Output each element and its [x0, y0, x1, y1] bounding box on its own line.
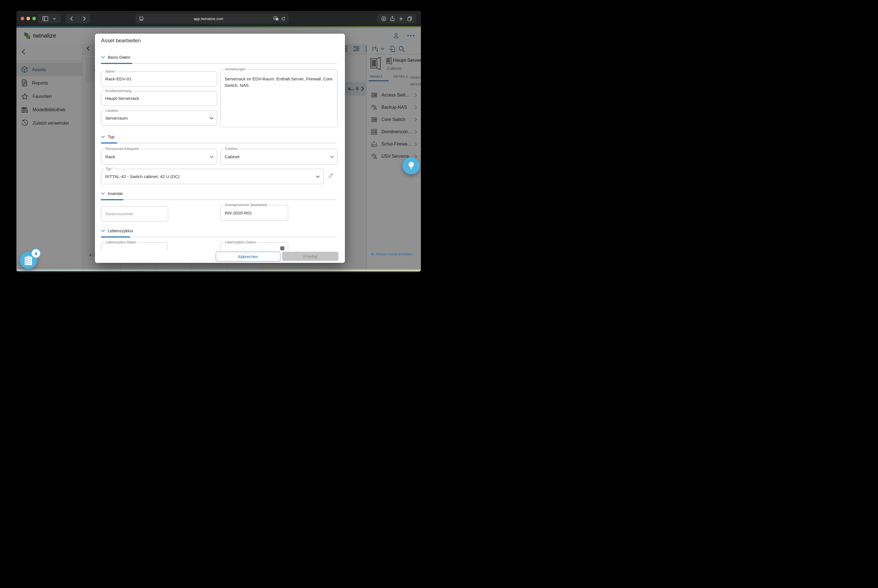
chevron-down-icon — [210, 117, 213, 120]
lightbulb-icon — [407, 162, 415, 170]
section-lebenszyklus[interactable]: Lebenszyklus — [101, 228, 133, 233]
section-label: Basis-Daten — [108, 55, 131, 60]
chevron-down-icon — [101, 135, 105, 138]
lokation-select[interactable]: Lokation Serverraum — [101, 111, 217, 126]
chevron-down-icon — [101, 56, 105, 58]
create-asset-link[interactable]: Neues Asset erstellen — [370, 252, 413, 256]
toolbar-actions-group — [377, 14, 416, 23]
anmerkungen-value[interactable]: Serverrack im EDV-Raum. Enthält Server, … — [225, 76, 333, 89]
section-divider — [101, 63, 337, 64]
downloads-icon[interactable] — [381, 16, 386, 21]
field-label: Kurzbezeichnung — [104, 89, 133, 93]
field-label: Lebenszyklus Datum — [224, 240, 257, 244]
cancel-button[interactable]: Abbrechen — [216, 252, 280, 261]
section-divider — [101, 237, 337, 237]
translate-icon[interactable]: A☆ — [274, 16, 279, 21]
accent-gradient-bottom — [17, 271, 421, 272]
forward-icon[interactable] — [83, 16, 86, 21]
lokation-value[interactable]: Serverraum — [105, 116, 209, 121]
tasks-badge: 4 — [31, 248, 41, 258]
url-text[interactable]: app.twinalize.com — [144, 17, 274, 21]
field-label: Ressourcen-Kategorie — [104, 147, 140, 151]
section-divider — [101, 143, 337, 143]
chevron-down-icon — [210, 156, 213, 158]
section-label: Inventar — [108, 191, 123, 196]
svg-text:☆: ☆ — [277, 18, 278, 20]
tasks-fab[interactable]: 4 — [20, 252, 37, 269]
field-label: Inventarnummer (bearbeitet) — [224, 203, 269, 207]
close-window-button[interactable] — [21, 17, 24, 20]
modal-title: Asset bearbeiten — [101, 38, 141, 44]
name-field[interactable]: Name* Rack-EDV-01 — [101, 72, 217, 87]
url-bar[interactable]: app.twinalize.com A☆ — [135, 14, 289, 24]
typ-select[interactable]: Typ* RITTAL-42 - Switch cabinet, 42 U (D… — [101, 169, 323, 184]
ressourcen-kategorie-select[interactable]: Ressourcen-Kategorie Rack — [101, 149, 217, 165]
inventarnummer-value[interactable]: INV-2020-R01 — [225, 210, 280, 216]
section-label: Lebenszyklus — [108, 228, 133, 233]
field-label: Name — [105, 69, 114, 74]
clipboard-checklist-icon — [24, 256, 33, 265]
typ-value[interactable]: RITTAL-42 - Switch cabinet, 42 U (DC) — [105, 174, 316, 179]
seriennummer-field[interactable]: Seriennummer — [101, 206, 168, 221]
field-label: Lokation — [104, 109, 119, 112]
name-value[interactable]: Rack-EDV-01 — [105, 76, 209, 81]
section-basis-daten[interactable]: Basis-Daten — [101, 55, 131, 60]
plus-icon — [370, 252, 374, 256]
new-tab-icon[interactable] — [399, 17, 403, 21]
required-asterisk: * — [115, 69, 116, 74]
accent-gradient-top — [17, 26, 421, 28]
share-icon[interactable] — [390, 16, 394, 21]
kurzbezeichnung-value[interactable]: Haupt-Serverrack — [105, 96, 209, 101]
create-asset-label: Neues Asset erstellen — [376, 252, 413, 256]
hint-fab[interactable] — [403, 157, 420, 174]
tab-overview-icon[interactable] — [407, 16, 412, 21]
kategorie-value[interactable]: Rack — [105, 154, 209, 159]
edit-typ-icon[interactable] — [328, 173, 334, 179]
calendar-icon[interactable] — [280, 246, 284, 250]
field-label: Typ — [105, 167, 111, 171]
browser-chrome: app.twinalize.com A☆ — [17, 11, 421, 26]
reload-icon[interactable] — [281, 17, 285, 21]
modal-footer: Abbrechen Erledigt — [95, 250, 345, 263]
field-label: Lebenszyklus-Status — [104, 240, 138, 244]
reader-icon[interactable] — [139, 17, 144, 21]
kurzbezeichnung-field[interactable]: Kurzbezeichnung Haupt-Serverrack — [101, 91, 217, 106]
field-label: Anmerkungen — [224, 67, 247, 71]
chevron-down-icon — [316, 175, 320, 178]
section-inventar[interactable]: Inventar — [101, 191, 123, 196]
minimize-window-button[interactable] — [26, 17, 30, 20]
chevron-down-icon — [330, 156, 334, 158]
field-label: Funktion — [224, 147, 239, 151]
section-label: Typ — [108, 134, 114, 139]
section-typ[interactable]: Typ — [101, 134, 114, 139]
required-asterisk: * — [111, 167, 113, 171]
seriennummer-placeholder[interactable]: Seriennummer — [105, 212, 160, 216]
done-button[interactable]: Erledigt — [282, 252, 338, 261]
back-icon[interactable] — [70, 16, 73, 21]
inventarnummer-field[interactable]: Inventarnummer (bearbeitet) INV-2020-R01 — [221, 205, 288, 221]
funktion-select[interactable]: Funktion Cabinet — [221, 149, 337, 165]
sidebar-toggle-icon[interactable] — [43, 16, 48, 21]
zoom-window-button[interactable] — [32, 17, 36, 20]
chevron-down-icon — [101, 230, 105, 232]
chevron-down-icon — [101, 192, 105, 195]
browser-window: app.twinalize.com A☆ — [17, 11, 421, 272]
chevron-down-icon[interactable] — [53, 18, 56, 20]
funktion-value[interactable]: Cabinet — [225, 154, 329, 159]
section-divider — [101, 200, 337, 200]
sidebar-toggle-group — [38, 14, 61, 23]
nav-group — [65, 14, 90, 23]
anmerkungen-field[interactable]: Anmerkungen Serverrack im EDV-Raum. Enth… — [221, 69, 337, 127]
edit-asset-modal: Asset bearbeiten Basis-Daten Name* Rack-… — [95, 34, 345, 263]
